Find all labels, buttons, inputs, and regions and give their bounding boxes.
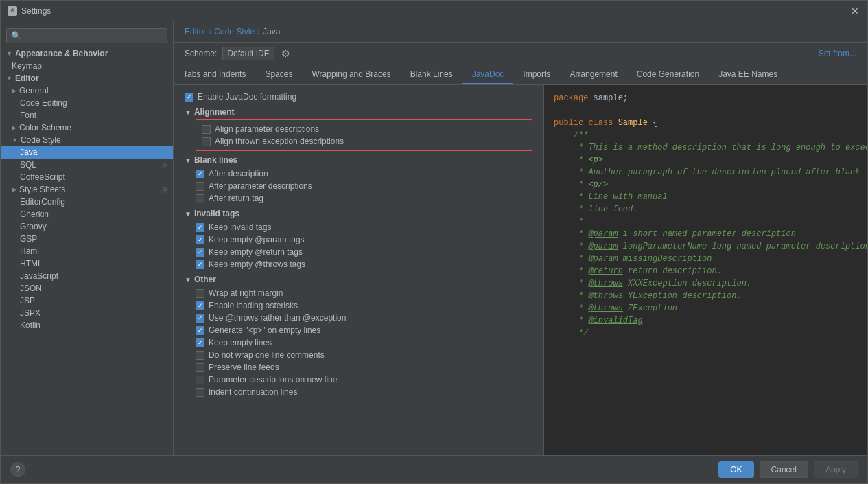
sidebar-item-javascript[interactable]: JavaScript: [1, 270, 173, 282]
sidebar-item-label: Java: [20, 148, 37, 157]
cancel-button[interactable]: Cancel: [760, 461, 808, 478]
keep-invalid-tags-checkbox[interactable]: [196, 223, 204, 232]
scheme-select[interactable]: Default IDE: [222, 47, 274, 60]
wrap-right-margin-label: Wrap at right margin: [209, 288, 283, 298]
tab-arrangement[interactable]: Arrangement: [560, 65, 626, 84]
after-description-checkbox[interactable]: [196, 170, 204, 178]
breadcrumb-code-style: Code Style: [214, 27, 255, 36]
keep-empty-throws-label: Keep empty @throws tags: [209, 260, 305, 269]
enable-leading-asterisks-row: Enable leading asterisks: [185, 299, 532, 312]
sidebar-item-code-editing[interactable]: Code Editing: [1, 97, 173, 109]
close-button[interactable]: ✕: [851, 6, 860, 16]
sidebar-item-label: Groovy: [20, 222, 47, 231]
align-param-desc-checkbox[interactable]: [202, 125, 211, 134]
code-line-11: *: [554, 216, 858, 228]
keep-empty-return-row: Keep empty @return tags: [185, 246, 532, 258]
after-return-tag-checkbox[interactable]: [196, 194, 204, 203]
wrap-right-margin-checkbox[interactable]: [196, 289, 204, 298]
enable-javadoc-row: Enable JavaDoc formatting: [185, 92, 532, 102]
sidebar-item-keymap[interactable]: Keymap: [1, 60, 173, 72]
sidebar-item-general[interactable]: ▶ General: [1, 84, 173, 97]
sidebar-item-label: SQL: [20, 160, 36, 170]
param-desc-new-line-checkbox[interactable]: [196, 376, 204, 384]
code-line-1: package sample;: [554, 92, 858, 104]
enable-leading-asterisks-checkbox[interactable]: [196, 301, 204, 310]
sidebar-item-html[interactable]: HTML: [1, 257, 173, 270]
keep-empty-lines-row: Keep empty lines: [185, 336, 532, 349]
enable-javadoc-checkbox[interactable]: [185, 93, 193, 102]
help-button[interactable]: ?: [10, 462, 25, 477]
settings-dialog: ⚙ Settings ✕ 🔍 ▼ Appearance & Behavior K…: [0, 0, 868, 484]
sidebar: 🔍 ▼ Appearance & Behavior Keymap ▼ Edito…: [1, 21, 174, 455]
sidebar-item-editorconfig[interactable]: EditorConfig: [1, 196, 173, 208]
preserve-line-feeds-label: Preserve line feeds: [209, 362, 279, 372]
set-from-link[interactable]: Set from...: [819, 49, 856, 58]
align-thrown-desc-label: Align thrown exception descriptions: [215, 137, 344, 146]
align-thrown-desc-checkbox[interactable]: [202, 137, 211, 146]
after-description-label: After description: [209, 169, 268, 178]
keep-empty-throws-checkbox[interactable]: [196, 260, 204, 269]
do-not-wrap-checkbox[interactable]: [196, 351, 204, 360]
code-line-12: * @param i short named parameter descrip…: [554, 228, 858, 240]
keep-empty-param-checkbox[interactable]: [196, 235, 204, 244]
ok-button[interactable]: OK: [718, 461, 753, 478]
sidebar-item-java[interactable]: Java: [1, 146, 173, 159]
code-line-6: * <p>: [554, 154, 858, 166]
tab-javadoc[interactable]: JavaDoc: [462, 65, 514, 84]
sidebar-item-label: JSP: [20, 296, 35, 306]
tab-imports[interactable]: Imports: [513, 65, 560, 84]
expand-arrow: ▼: [6, 75, 12, 82]
after-param-desc-row: After parameter descriptions: [185, 180, 532, 192]
indent-continuation-checkbox[interactable]: [196, 388, 204, 397]
tab-spaces[interactable]: Spaces: [255, 65, 302, 84]
keep-empty-param-row: Keep empty @param tags: [185, 233, 532, 246]
sidebar-item-kotlin[interactable]: Kotlin: [1, 319, 173, 332]
sidebar-item-label: HTML: [20, 259, 43, 268]
sidebar-item-label: Keymap: [12, 61, 42, 71]
sidebar-item-jsp[interactable]: JSP: [1, 295, 173, 307]
sidebar-item-code-style[interactable]: ▼ Code Style: [1, 134, 173, 146]
alignment-arrow: ▼: [185, 108, 191, 116]
settings-panel: Enable JavaDoc formatting ▼ Alignment Al…: [174, 85, 544, 455]
tab-wrapping-braces[interactable]: Wrapping and Braces: [302, 65, 400, 84]
preserve-line-feeds-checkbox[interactable]: [196, 363, 204, 372]
scheme-row: Scheme: Default IDE ⚙ Set from...: [174, 43, 867, 65]
sidebar-item-coffeescript[interactable]: CoffeeScript: [1, 171, 173, 183]
sidebar-item-appearance-behavior[interactable]: ▼ Appearance & Behavior: [1, 47, 173, 60]
sidebar-item-editor[interactable]: ▼ Editor: [1, 72, 173, 84]
sidebar-item-style-sheets[interactable]: ▶ Style Sheets ⎘: [1, 183, 173, 196]
other-section-header[interactable]: ▼ Other: [185, 275, 532, 284]
generate-p-empty-row: Generate "<p>" on empty lines: [185, 324, 532, 336]
blank-lines-section-header[interactable]: ▼ Blank lines: [185, 155, 532, 165]
use-throws-checkbox[interactable]: [196, 314, 204, 323]
scheme-gear-button[interactable]: ⚙: [280, 47, 292, 60]
sidebar-item-gherkin[interactable]: Gherkin: [1, 208, 173, 220]
search-box[interactable]: 🔍: [6, 28, 167, 43]
sidebar-item-groovy[interactable]: Groovy: [1, 220, 173, 233]
sidebar-item-haml[interactable]: Haml: [1, 245, 173, 257]
tab-code-generation[interactable]: Code Generation: [627, 65, 709, 84]
scheme-select-wrapper: Default IDE: [222, 47, 274, 60]
sidebar-item-label: Code Style: [21, 135, 61, 145]
after-param-desc-checkbox[interactable]: [196, 182, 204, 191]
keep-empty-lines-label: Keep empty lines: [209, 338, 272, 347]
generate-p-empty-checkbox[interactable]: [196, 326, 204, 335]
tab-tabs-indents[interactable]: Tabs and Indents: [174, 65, 255, 84]
tab-java-ee-names[interactable]: Java EE Names: [709, 65, 787, 84]
search-input[interactable]: [24, 31, 163, 41]
alignment-section-header[interactable]: ▼ Alignment: [185, 107, 532, 117]
sidebar-item-sql[interactable]: SQL ⎘: [1, 159, 173, 171]
sidebar-item-label: JSPX: [20, 308, 40, 318]
sidebar-item-json[interactable]: JSON: [1, 282, 173, 295]
invalid-tags-section-header[interactable]: ▼ Invalid tags: [185, 209, 532, 218]
sidebar-item-font[interactable]: Font: [1, 109, 173, 122]
sidebar-item-gsp[interactable]: GSP: [1, 233, 173, 245]
keep-empty-return-checkbox[interactable]: [196, 248, 204, 257]
breadcrumb-java: Java: [263, 27, 280, 36]
sidebar-item-jspx[interactable]: JSPX: [1, 307, 173, 319]
sidebar-item-color-scheme[interactable]: ▶ Color Scheme: [1, 122, 173, 134]
apply-button[interactable]: Apply: [814, 461, 858, 478]
breadcrumb-sep1: ›: [209, 27, 211, 36]
tab-blank-lines[interactable]: Blank Lines: [401, 65, 462, 84]
keep-empty-lines-checkbox[interactable]: [196, 338, 204, 347]
